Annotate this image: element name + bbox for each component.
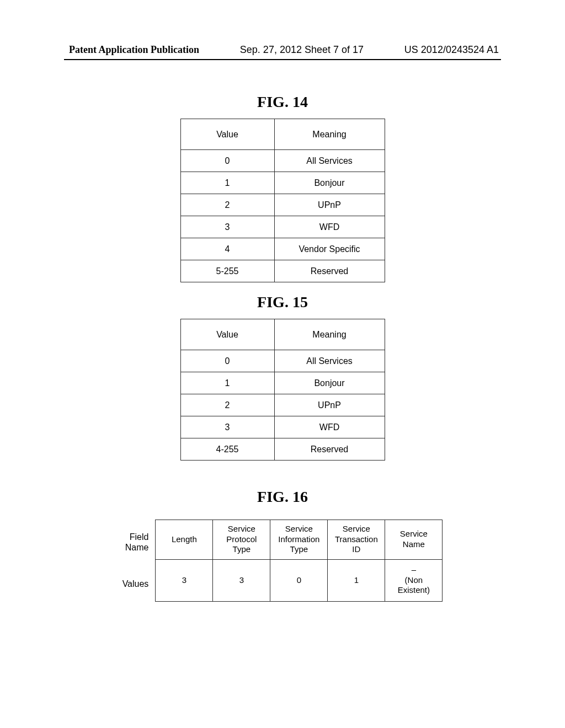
fig15-header-value: Value (180, 319, 274, 350)
fig-16-container: FieldName Values Length ServiceProtocolT… (33, 519, 532, 602)
table-row: 4 Vendor Specific (180, 238, 385, 260)
table-row: 3 WFD (180, 416, 385, 438)
table-row: 4-255 Reserved (180, 438, 385, 461)
table-row: 2 UPnP (180, 194, 385, 216)
fig14-header-meaning: Meaning (274, 119, 385, 150)
fig-14-table: Value Meaning 0 All Services 1 Bonjour 2… (180, 119, 385, 282)
header-center: Sep. 27, 2012 Sheet 7 of 17 (240, 44, 364, 56)
fig16-values-label: Values (122, 579, 149, 589)
page-header: Patent Application Publication Sep. 27, … (33, 44, 532, 56)
header-divider (64, 59, 501, 60)
fig-16-table: Length ServiceProtocolType ServiceInform… (155, 520, 443, 602)
fig-16-title: FIG. 16 (33, 488, 532, 506)
fig16-field-row: Length ServiceProtocolType ServiceInform… (156, 520, 443, 559)
header-right: US 2012/0243524 A1 (404, 44, 499, 56)
header-left: Patent Application Publication (69, 44, 199, 56)
table-row: 1 Bonjour (180, 172, 385, 194)
fig15-header-meaning: Meaning (274, 319, 385, 350)
table-row: 3 WFD (180, 216, 385, 238)
table-row: 2 UPnP (180, 394, 385, 416)
fig16-row-labels: FieldName Values (122, 519, 149, 602)
table-row: 0 All Services (180, 350, 385, 372)
fig16-field-label: FieldName (122, 532, 149, 553)
fig-15-title: FIG. 15 (33, 293, 532, 311)
table-row: 1 Bonjour (180, 372, 385, 394)
fig16-values-row: 3 3 0 1 –(NonExistent) (156, 559, 443, 601)
table-row: 0 All Services (180, 150, 385, 172)
fig14-header-value: Value (180, 119, 274, 150)
table-row: 5-255 Reserved (180, 260, 385, 282)
fig-15-table: Value Meaning 0 All Services 1 Bonjour 2… (180, 319, 385, 461)
fig-14-title: FIG. 14 (33, 93, 532, 111)
